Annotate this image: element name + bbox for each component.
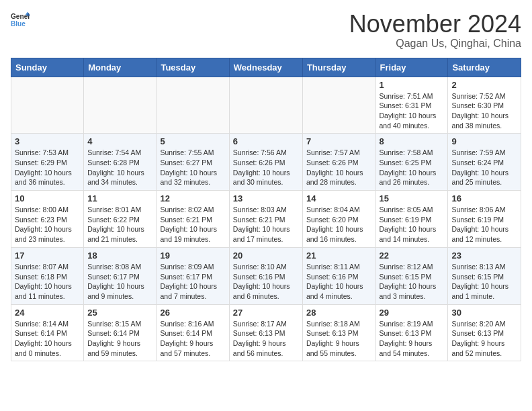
day-info: Sunrise: 8:11 AM Sunset: 6:16 PM Dayligh… xyxy=(306,262,372,302)
calendar-day-cell: 17Sunrise: 8:07 AM Sunset: 6:18 PM Dayli… xyxy=(11,247,84,304)
day-info: Sunrise: 8:14 AM Sunset: 6:14 PM Dayligh… xyxy=(15,319,80,359)
calendar-table: SundayMondayTuesdayWednesdayThursdayFrid… xyxy=(11,58,521,362)
day-number: 18 xyxy=(87,250,152,261)
day-of-week-header: Wednesday xyxy=(229,58,302,77)
calendar-day-cell: 2Sunrise: 7:52 AM Sunset: 6:30 PM Daylig… xyxy=(448,77,521,134)
day-number: 26 xyxy=(160,308,225,318)
day-info: Sunrise: 8:15 AM Sunset: 6:14 PM Dayligh… xyxy=(87,319,152,359)
day-info: Sunrise: 8:20 AM Sunset: 6:13 PM Dayligh… xyxy=(451,319,517,359)
day-info: Sunrise: 8:12 AM Sunset: 6:15 PM Dayligh… xyxy=(380,262,445,302)
calendar-day-cell: 27Sunrise: 8:17 AM Sunset: 6:13 PM Dayli… xyxy=(229,304,302,361)
calendar-day-cell: 16Sunrise: 8:06 AM Sunset: 6:19 PM Dayli… xyxy=(448,191,521,248)
calendar-day-cell: 8Sunrise: 7:58 AM Sunset: 6:25 PM Daylig… xyxy=(375,134,448,191)
day-of-week-header: Saturday xyxy=(448,58,521,77)
day-number: 13 xyxy=(233,193,299,203)
day-number: 6 xyxy=(233,136,299,146)
calendar-day-cell: 28Sunrise: 8:18 AM Sunset: 6:13 PM Dayli… xyxy=(302,304,375,361)
day-info: Sunrise: 7:51 AM Sunset: 6:31 PM Dayligh… xyxy=(380,91,445,131)
day-info: Sunrise: 8:05 AM Sunset: 6:19 PM Dayligh… xyxy=(380,205,445,244)
logo-icon: General Blue xyxy=(11,11,30,30)
day-number: 24 xyxy=(15,308,80,318)
day-number: 20 xyxy=(233,250,299,261)
calendar-day-cell: 1Sunrise: 7:51 AM Sunset: 6:31 PM Daylig… xyxy=(375,77,448,134)
calendar-day-cell: 24Sunrise: 8:14 AM Sunset: 6:14 PM Dayli… xyxy=(11,304,84,361)
day-info: Sunrise: 7:56 AM Sunset: 6:26 PM Dayligh… xyxy=(233,148,299,187)
calendar-day-cell xyxy=(84,77,157,134)
calendar-day-cell: 19Sunrise: 8:09 AM Sunset: 6:17 PM Dayli… xyxy=(157,247,229,304)
calendar-day-cell: 29Sunrise: 8:19 AM Sunset: 6:13 PM Dayli… xyxy=(375,304,448,361)
svg-text:Blue: Blue xyxy=(11,20,26,28)
calendar-day-cell: 11Sunrise: 8:01 AM Sunset: 6:22 PM Dayli… xyxy=(84,191,157,248)
calendar-week-row: 10Sunrise: 8:00 AM Sunset: 6:23 PM Dayli… xyxy=(11,191,521,248)
day-info: Sunrise: 8:13 AM Sunset: 6:15 PM Dayligh… xyxy=(451,262,517,302)
day-info: Sunrise: 7:58 AM Sunset: 6:25 PM Dayligh… xyxy=(380,148,445,187)
calendar-header-row: SundayMondayTuesdayWednesdayThursdayFrid… xyxy=(11,58,521,77)
calendar-day-cell: 3Sunrise: 7:53 AM Sunset: 6:29 PM Daylig… xyxy=(11,134,84,191)
calendar-day-cell: 10Sunrise: 8:00 AM Sunset: 6:23 PM Dayli… xyxy=(11,191,84,248)
day-number: 2 xyxy=(451,80,517,90)
day-number: 21 xyxy=(306,250,372,261)
calendar-day-cell xyxy=(302,77,375,134)
day-info: Sunrise: 8:18 AM Sunset: 6:13 PM Dayligh… xyxy=(306,319,372,359)
day-of-week-header: Sunday xyxy=(11,58,84,77)
calendar-day-cell: 4Sunrise: 7:54 AM Sunset: 6:28 PM Daylig… xyxy=(84,134,157,191)
calendar-day-cell: 26Sunrise: 8:16 AM Sunset: 6:14 PM Dayli… xyxy=(157,304,229,361)
day-info: Sunrise: 8:04 AM Sunset: 6:20 PM Dayligh… xyxy=(306,205,372,244)
day-number: 4 xyxy=(87,136,152,146)
day-info: Sunrise: 8:09 AM Sunset: 6:17 PM Dayligh… xyxy=(160,262,225,302)
calendar-day-cell: 30Sunrise: 8:20 AM Sunset: 6:13 PM Dayli… xyxy=(448,304,521,361)
day-info: Sunrise: 8:08 AM Sunset: 6:17 PM Dayligh… xyxy=(87,262,152,302)
day-info: Sunrise: 8:17 AM Sunset: 6:13 PM Dayligh… xyxy=(233,319,299,359)
calendar-day-cell xyxy=(11,77,84,134)
calendar-week-row: 24Sunrise: 8:14 AM Sunset: 6:14 PM Dayli… xyxy=(11,304,521,361)
calendar-day-cell xyxy=(229,77,302,134)
day-number: 5 xyxy=(160,136,225,146)
day-info: Sunrise: 8:10 AM Sunset: 6:16 PM Dayligh… xyxy=(233,262,299,302)
day-info: Sunrise: 8:00 AM Sunset: 6:23 PM Dayligh… xyxy=(15,205,80,244)
day-info: Sunrise: 7:59 AM Sunset: 6:24 PM Dayligh… xyxy=(451,148,517,187)
logo: General Blue xyxy=(11,11,30,30)
day-number: 15 xyxy=(380,193,445,203)
day-number: 3 xyxy=(15,136,80,146)
day-info: Sunrise: 7:52 AM Sunset: 6:30 PM Dayligh… xyxy=(451,91,517,131)
month-title: November 2024 xyxy=(349,11,521,38)
calendar-day-cell: 7Sunrise: 7:57 AM Sunset: 6:26 PM Daylig… xyxy=(302,134,375,191)
calendar-week-row: 1Sunrise: 7:51 AM Sunset: 6:31 PM Daylig… xyxy=(11,77,521,134)
page-header: General Blue November 2024 Qagan Us, Qin… xyxy=(11,11,521,50)
day-number: 28 xyxy=(306,308,372,318)
day-number: 25 xyxy=(87,308,152,318)
calendar-day-cell: 25Sunrise: 8:15 AM Sunset: 6:14 PM Dayli… xyxy=(84,304,157,361)
day-number: 23 xyxy=(451,250,517,261)
day-number: 7 xyxy=(306,136,372,146)
day-info: Sunrise: 7:54 AM Sunset: 6:28 PM Dayligh… xyxy=(87,148,152,187)
calendar-day-cell: 23Sunrise: 8:13 AM Sunset: 6:15 PM Dayli… xyxy=(448,247,521,304)
day-info: Sunrise: 8:03 AM Sunset: 6:21 PM Dayligh… xyxy=(233,205,299,244)
day-info: Sunrise: 7:55 AM Sunset: 6:27 PM Dayligh… xyxy=(160,148,225,187)
calendar-day-cell: 9Sunrise: 7:59 AM Sunset: 6:24 PM Daylig… xyxy=(448,134,521,191)
day-of-week-header: Monday xyxy=(84,58,157,77)
day-number: 27 xyxy=(233,308,299,318)
day-number: 8 xyxy=(380,136,445,146)
day-number: 1 xyxy=(380,80,445,90)
day-number: 30 xyxy=(451,308,517,318)
calendar-day-cell: 15Sunrise: 8:05 AM Sunset: 6:19 PM Dayli… xyxy=(375,191,448,248)
day-number: 19 xyxy=(160,250,225,261)
calendar-day-cell xyxy=(157,77,229,134)
day-of-week-header: Tuesday xyxy=(157,58,229,77)
day-number: 22 xyxy=(380,250,445,261)
calendar-day-cell: 20Sunrise: 8:10 AM Sunset: 6:16 PM Dayli… xyxy=(229,247,302,304)
day-number: 9 xyxy=(451,136,517,146)
day-info: Sunrise: 8:19 AM Sunset: 6:13 PM Dayligh… xyxy=(380,319,445,359)
calendar-day-cell: 12Sunrise: 8:02 AM Sunset: 6:21 PM Dayli… xyxy=(157,191,229,248)
calendar-day-cell: 18Sunrise: 8:08 AM Sunset: 6:17 PM Dayli… xyxy=(84,247,157,304)
title-section: November 2024 Qagan Us, Qinghai, China xyxy=(349,11,521,50)
day-info: Sunrise: 8:16 AM Sunset: 6:14 PM Dayligh… xyxy=(160,319,225,359)
day-number: 12 xyxy=(160,193,225,203)
day-info: Sunrise: 8:06 AM Sunset: 6:19 PM Dayligh… xyxy=(451,205,517,244)
calendar-day-cell: 13Sunrise: 8:03 AM Sunset: 6:21 PM Dayli… xyxy=(229,191,302,248)
location-subtitle: Qagan Us, Qinghai, China xyxy=(349,38,521,50)
day-info: Sunrise: 8:02 AM Sunset: 6:21 PM Dayligh… xyxy=(160,205,225,244)
calendar-day-cell: 14Sunrise: 8:04 AM Sunset: 6:20 PM Dayli… xyxy=(302,191,375,248)
day-number: 14 xyxy=(306,193,372,203)
day-number: 10 xyxy=(15,193,80,203)
